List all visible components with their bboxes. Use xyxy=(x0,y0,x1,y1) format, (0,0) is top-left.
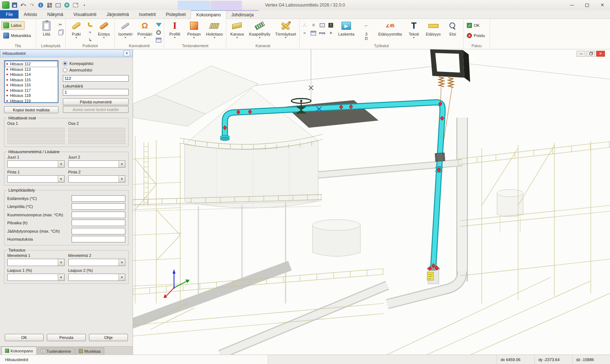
isometri-button[interactable]: Isometri xyxy=(116,20,134,43)
doc-minimize-button[interactable] xyxy=(577,51,585,57)
measure-path-icon[interactable]: ≈ xyxy=(301,30,308,36)
maximize-button[interactable] xyxy=(579,0,595,10)
copy-icon[interactable] xyxy=(57,29,64,36)
pintaan-button[interactable]: Pintaan xyxy=(185,20,203,43)
heating-rate-input[interactable] xyxy=(72,212,125,218)
etaisyysmitta-button[interactable]: ∠45 Etäisyysmitta xyxy=(376,20,404,43)
etaisyys-button[interactable]: Etäisyys xyxy=(424,20,443,43)
extent2-select[interactable] xyxy=(68,274,126,281)
copy-from-model-button[interactable]: Kopioi tiedot mallista xyxy=(4,106,58,113)
dock-tab-kokoonpano[interactable]: Kokoonpano xyxy=(1,347,37,355)
screen-capture-icon[interactable] xyxy=(54,1,62,9)
tab-nakyma[interactable]: Näkymä xyxy=(42,10,68,19)
ok-ribbon-button[interactable]: OK xyxy=(465,21,483,30)
weld-listbox[interactable]: ◆Hitsaus 112 ◆Hitsaus 113 ◆Hitsaus 114 ◆… xyxy=(4,60,58,103)
publish-icon[interactable] xyxy=(72,1,79,9)
undo-icon[interactable]: ↶ xyxy=(20,1,27,9)
method2-select[interactable] xyxy=(68,259,126,266)
table-icon[interactable] xyxy=(310,30,317,36)
weld-list-item[interactable]: ◆Hitsaus 115 xyxy=(5,77,57,83)
method1-select[interactable] xyxy=(7,259,65,266)
pipe-route-icon[interactable]: ↳ xyxy=(86,37,94,43)
dialog-titlebar[interactable]: Hitsaustiedot xyxy=(0,49,133,57)
kaapelihylly-button[interactable]: Kaapelihylly xyxy=(247,20,272,43)
3d-viewport[interactable] xyxy=(133,49,610,355)
weld-number-input[interactable] xyxy=(63,75,129,82)
site-weld-radio[interactable] xyxy=(63,68,67,72)
hold-time-input[interactable] xyxy=(72,220,125,226)
poistu-button[interactable]: Poistu xyxy=(465,31,488,40)
temperature-input[interactable] xyxy=(72,203,125,210)
pipe-branch-icon[interactable]: ≈ xyxy=(86,29,94,36)
tab-johdinsarja[interactable]: Johdinsarja xyxy=(226,10,259,19)
drum-tank[interactable] xyxy=(312,220,360,257)
weld-list-item[interactable]: ◆Hitsaus 112 xyxy=(5,61,57,67)
root1-select[interactable] xyxy=(7,160,65,168)
liita-button[interactable]: Liitä xyxy=(37,20,56,43)
tab-jarjestelma[interactable]: Järjestelmä xyxy=(101,10,134,19)
info-icon[interactable] xyxy=(37,1,44,9)
shop-weld-radio-row[interactable]: Konepajahitsi xyxy=(63,60,129,67)
tab-visualisointi[interactable]: Visualisointi xyxy=(68,10,101,19)
snap-points-icon[interactable]: ∴ xyxy=(301,22,308,28)
laitos-button[interactable]: Laitos xyxy=(1,21,25,30)
modules-icon[interactable] xyxy=(46,1,53,9)
pointer-tools-icon[interactable]: + xyxy=(327,30,335,36)
site-weld-radio-row[interactable]: Asennushitsi xyxy=(63,67,129,73)
tab-arkisto[interactable]: Arkisto xyxy=(19,10,42,19)
etsi-button[interactable]: Etsi xyxy=(444,20,462,43)
extent1-select[interactable] xyxy=(7,274,65,281)
tab-isometrit[interactable]: Isometrit xyxy=(134,10,161,19)
dock-tab-tuoterakenne[interactable]: Tuoterakenne xyxy=(37,347,74,355)
reference-icon[interactable] xyxy=(63,1,70,9)
ok-button[interactable]: OK xyxy=(5,334,44,341)
surface1-select[interactable] xyxy=(7,175,65,183)
tab-file[interactable]: File xyxy=(0,10,19,19)
shop-weld-radio[interactable] xyxy=(63,61,67,66)
warning-tag[interactable] xyxy=(427,272,433,280)
doc-close-button[interactable] xyxy=(596,51,605,57)
remarks-input[interactable] xyxy=(72,236,125,242)
update-numbering-button[interactable]: Päivitä numerointi xyxy=(63,98,129,105)
funnel-icon[interactable] xyxy=(155,21,162,28)
tab-pistepilvet[interactable]: Pistepilvet xyxy=(161,10,191,19)
weld-list-item[interactable]: ◆Hitsaus 118 xyxy=(5,93,57,98)
count-input[interactable] xyxy=(63,89,129,95)
three-d-button[interactable]: ⌐ 3 D xyxy=(357,20,375,43)
cut-icon[interactable]: ✂ xyxy=(57,21,64,28)
hoitotaso-button[interactable]: Hoitotaso xyxy=(204,20,225,43)
minimize-button[interactable] xyxy=(564,0,579,10)
surface2-select[interactable] xyxy=(68,175,126,183)
help-button[interactable]: Ohje xyxy=(89,334,128,341)
support-gear-icon[interactable] xyxy=(155,29,162,36)
cooling-rate-input[interactable] xyxy=(72,228,125,234)
dialog-close-icon[interactable] xyxy=(124,50,130,56)
weld-list-item[interactable]: ◆Hitsaus 117 xyxy=(5,88,57,93)
tab-kokoonpano[interactable]: Kokoonpano xyxy=(191,10,226,19)
pipe-elbow-icon[interactable] xyxy=(86,21,94,28)
weld-list-item[interactable]: ◆Hitsaus 113 xyxy=(5,67,57,72)
weld-list-item[interactable]: ◆Hitsaus 114 xyxy=(5,72,57,77)
mekaniikka-button[interactable]: Mekaniikka xyxy=(1,31,34,40)
primaari-button[interactable]: Ω Primääri xyxy=(136,20,154,43)
pipe-coupling[interactable] xyxy=(435,153,445,161)
display-icon[interactable] xyxy=(319,22,326,28)
cancel-button[interactable]: Peruuta xyxy=(47,334,86,341)
putki-button[interactable]: Putki xyxy=(67,20,85,43)
properties-icon[interactable]: ≡ xyxy=(310,22,317,28)
support-grid-icon[interactable] xyxy=(155,37,162,43)
weld-list-item[interactable]: ◆Hitsaus 119 xyxy=(5,98,57,103)
save-icon[interactable] xyxy=(11,1,18,9)
teksti-button[interactable]: T Teksti xyxy=(405,20,423,43)
alert-icon[interactable] xyxy=(327,22,335,28)
root2-select[interactable] xyxy=(68,160,126,168)
app-logo-icon[interactable] xyxy=(2,1,9,9)
tormaykset-button[interactable]: Törmäykset xyxy=(273,20,298,43)
laskenta-button[interactable]: Laskenta xyxy=(336,20,356,43)
redo-icon[interactable]: ↷ xyxy=(28,1,36,9)
kanava-button[interactable]: Kanava xyxy=(228,20,246,43)
pos-tag-icon[interactable]: POS xyxy=(319,30,326,36)
eristys-button[interactable]: Eristys xyxy=(95,20,113,43)
preheat-input[interactable] xyxy=(72,195,125,202)
dock-tab-muokkaa[interactable]: Muokkaa xyxy=(75,347,104,355)
